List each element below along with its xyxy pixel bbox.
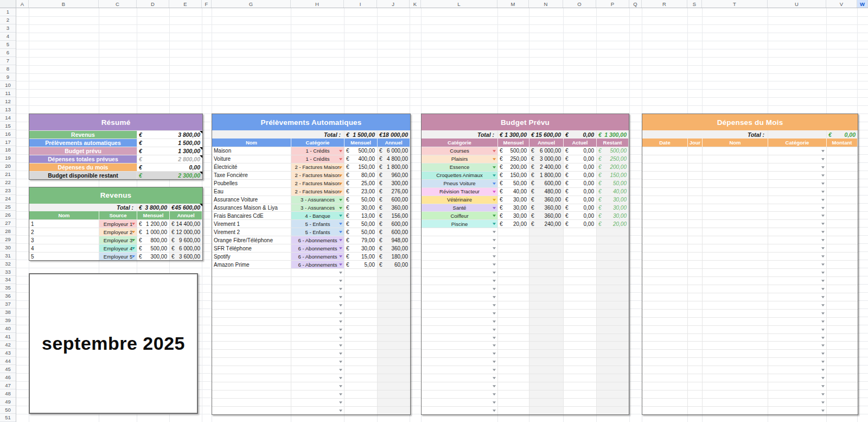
column-header-source[interactable]: Source bbox=[99, 211, 137, 219]
empty-cell[interactable] bbox=[597, 399, 629, 406]
date-cell[interactable] bbox=[642, 261, 688, 268]
category-cell[interactable]: 5 - Enfants bbox=[291, 228, 344, 236]
empty-cell[interactable] bbox=[597, 382, 629, 390]
jour-cell[interactable] bbox=[688, 220, 703, 228]
empty-cell[interactable] bbox=[344, 301, 378, 309]
month-title-box[interactable]: septembre 2025 bbox=[29, 273, 198, 414]
annuel-cell[interactable]: €600,00 bbox=[378, 220, 410, 228]
category-cell[interactable] bbox=[768, 285, 827, 293]
empty-cell[interactable] bbox=[529, 350, 564, 357]
dropdown-arrow-icon[interactable] bbox=[821, 166, 825, 168]
column-header-catégorie[interactable]: Catégorie bbox=[291, 138, 344, 147]
annuel-cell[interactable]: €180,00 bbox=[378, 253, 410, 260]
dropdown-arrow-icon[interactable] bbox=[493, 207, 496, 209]
dropdown-arrow-icon[interactable] bbox=[821, 377, 825, 379]
column-header-S[interactable]: S bbox=[687, 0, 702, 8]
column-header-U[interactable]: U bbox=[768, 0, 826, 8]
date-cell[interactable] bbox=[642, 236, 688, 244]
category-cell[interactable] bbox=[291, 301, 344, 309]
empty-cell[interactable] bbox=[378, 269, 410, 276]
empty-cell[interactable] bbox=[498, 334, 529, 342]
montant-cell[interactable] bbox=[827, 318, 858, 325]
row-header-3[interactable]: 3 bbox=[0, 24, 16, 33]
category-cell[interactable] bbox=[291, 269, 344, 276]
dropdown-arrow-icon[interactable] bbox=[821, 410, 825, 412]
column-header-B[interactable]: B bbox=[29, 0, 99, 8]
category-cell[interactable]: Piscine bbox=[422, 220, 498, 228]
row-header-2[interactable]: 2 bbox=[0, 16, 16, 24]
category-cell[interactable] bbox=[422, 334, 498, 342]
empty-cell[interactable] bbox=[378, 407, 410, 414]
dropdown-arrow-icon[interactable] bbox=[493, 150, 496, 152]
montant-cell[interactable] bbox=[827, 382, 858, 390]
nom-cell[interactable] bbox=[703, 342, 768, 349]
montant-cell[interactable] bbox=[827, 220, 858, 228]
dropdown-arrow-icon[interactable] bbox=[821, 288, 825, 290]
date-cell[interactable] bbox=[642, 285, 688, 293]
montant-cell[interactable] bbox=[827, 358, 858, 366]
empty-cell[interactable] bbox=[597, 326, 629, 333]
category-cell[interactable]: 5 - Enfants bbox=[291, 220, 344, 228]
annuel-cell[interactable]: €360,00 bbox=[529, 196, 564, 204]
category-cell[interactable]: Révision Tracteur bbox=[422, 188, 498, 196]
row-header-51[interactable]: 51 bbox=[0, 414, 16, 422]
category-cell[interactable] bbox=[422, 269, 498, 276]
annuel-cell[interactable]: €600,00 bbox=[378, 228, 410, 236]
row-header-45[interactable]: 45 bbox=[0, 365, 16, 373]
montant-cell[interactable] bbox=[827, 228, 858, 236]
empty-cell[interactable] bbox=[564, 358, 597, 366]
empty-cell[interactable] bbox=[529, 261, 564, 268]
actuel-cell[interactable]: €0,00 bbox=[564, 212, 597, 219]
column-header-K[interactable]: K bbox=[410, 0, 421, 8]
dropdown-arrow-icon[interactable] bbox=[493, 263, 496, 266]
dropdown-arrow-icon[interactable] bbox=[493, 312, 496, 314]
category-cell[interactable] bbox=[768, 399, 827, 406]
column-header-catégorie[interactable]: Catégorie bbox=[422, 138, 498, 147]
category-cell[interactable] bbox=[422, 358, 498, 366]
category-cell[interactable] bbox=[422, 236, 498, 244]
dropdown-arrow-icon[interactable] bbox=[493, 166, 496, 168]
column-header-N[interactable]: N bbox=[529, 0, 563, 8]
dropdown-arrow-icon[interactable] bbox=[132, 255, 135, 257]
dropdown-arrow-icon[interactable] bbox=[132, 231, 135, 234]
category-cell[interactable] bbox=[768, 253, 827, 260]
jour-cell[interactable] bbox=[688, 163, 703, 171]
annuel-cell[interactable]: €1 800,00 bbox=[529, 172, 564, 179]
empty-cell[interactable] bbox=[498, 310, 529, 317]
category-cell[interactable] bbox=[768, 326, 827, 333]
prelevement-nom[interactable]: Voiture bbox=[212, 155, 291, 163]
dropdown-arrow-icon[interactable] bbox=[493, 272, 496, 274]
category-cell[interactable] bbox=[291, 350, 344, 357]
annuel-cell[interactable]: €2 400,00 bbox=[529, 163, 564, 171]
empty-cell[interactable] bbox=[344, 277, 378, 285]
dropdown-arrow-icon[interactable] bbox=[339, 215, 342, 217]
restant-cell[interactable]: €200,00 bbox=[597, 163, 629, 171]
mensuel-cell[interactable]: €79,00 bbox=[344, 236, 378, 244]
empty-cell[interactable] bbox=[597, 342, 629, 349]
jour-cell[interactable] bbox=[688, 374, 703, 382]
nom-cell[interactable] bbox=[703, 261, 768, 268]
row-header-40[interactable]: 40 bbox=[0, 325, 16, 333]
montant-cell[interactable] bbox=[827, 301, 858, 309]
annuel-cell[interactable]: €360,00 bbox=[529, 212, 564, 219]
empty-cell[interactable] bbox=[378, 342, 410, 349]
restant-cell[interactable]: €50,00 bbox=[597, 180, 629, 187]
revenu-nom[interactable]: 4 bbox=[29, 244, 99, 252]
empty-cell[interactable] bbox=[344, 269, 378, 276]
dropdown-arrow-icon[interactable] bbox=[339, 312, 342, 314]
empty-cell[interactable] bbox=[498, 390, 529, 398]
column-header-montant[interactable]: Montant bbox=[827, 138, 858, 147]
prelevement-nom[interactable]: Virement 2 bbox=[212, 228, 291, 236]
empty-cell[interactable] bbox=[378, 326, 410, 333]
prelevement-nom[interactable]: Frais Bancaires CdE bbox=[212, 212, 291, 219]
dropdown-arrow-icon[interactable] bbox=[821, 263, 825, 266]
empty-cell[interactable] bbox=[529, 334, 564, 342]
row-header-18[interactable]: 18 bbox=[0, 146, 16, 154]
category-cell[interactable]: Croquettes Animaux bbox=[422, 172, 498, 179]
empty-cell[interactable] bbox=[212, 293, 291, 301]
empty-cell[interactable] bbox=[212, 358, 291, 366]
empty-cell[interactable] bbox=[529, 326, 564, 333]
jour-cell[interactable] bbox=[688, 147, 703, 155]
dropdown-arrow-icon[interactable] bbox=[821, 223, 825, 225]
jour-cell[interactable] bbox=[688, 366, 703, 374]
